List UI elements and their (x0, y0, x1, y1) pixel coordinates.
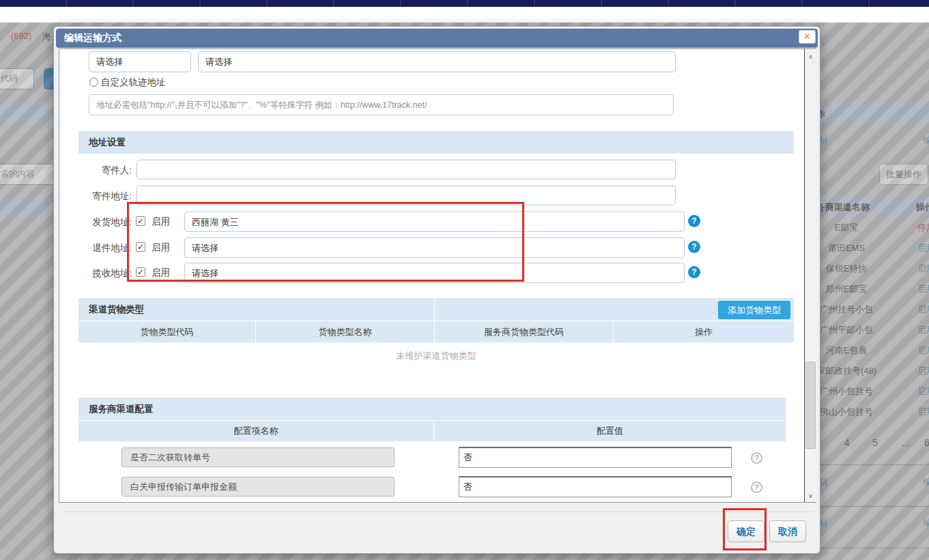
track-url-placeholder: 地址必需包括"http://",并且不可以添加"?"、"%"等特殊字符 例如：h… (96, 100, 427, 110)
help-icon[interactable]: ? (751, 452, 762, 464)
config-value-input[interactable]: 否 (459, 447, 732, 468)
pickup-address-label: 揽收地址: (61, 267, 132, 280)
sender-label: 寄件人: (61, 164, 132, 177)
pagination-page-5[interactable]: 5 (872, 437, 878, 448)
dialog-title: 编辑运输方式 (64, 32, 122, 44)
scrollbar-thumb[interactable] (805, 362, 816, 449)
table2-action-header: 操作 (916, 201, 929, 213)
lower-edit-link[interactable]: 编辑 (923, 476, 929, 488)
config-table-header: 配置项名称 配置值 (78, 421, 786, 441)
add-cargo-type-button[interactable]: 添加货物类型 (718, 301, 790, 319)
col-header: 配置值 (434, 421, 786, 441)
row-action-link[interactable]: 启用 (917, 344, 929, 357)
scroll-down-icon[interactable]: ∨ (805, 491, 816, 501)
row-action-link[interactable]: 启用 (917, 283, 929, 295)
return-address-label: 退件地址: (61, 242, 132, 254)
pagination-next-partial[interactable]: 6 (924, 437, 929, 448)
config-name-readonly: 是否二次获取转单号 (122, 447, 395, 467)
track-channel-select[interactable]: 请选择 (198, 51, 676, 72)
table1-edit-link[interactable]: 编辑 (923, 134, 929, 147)
row-action-link[interactable]: 停用 (917, 222, 929, 234)
col-header: 货物类型名称 (256, 321, 434, 342)
row-action-link[interactable]: 启用 (917, 365, 929, 377)
row-action-link[interactable]: 启用 (917, 385, 929, 398)
cargo-section-band (78, 298, 794, 321)
ship-address-label: 发货地址: (61, 216, 132, 229)
col-header: 操作 (614, 321, 794, 342)
help-icon[interactable]: ? (751, 482, 762, 493)
annotation-rect-address-rows (127, 202, 524, 282)
page-white-strip (0, 7, 929, 23)
col-header: 服务商货物类型代码 (435, 321, 613, 342)
row-action-link[interactable]: 启用 (917, 304, 929, 316)
address-section-band (78, 131, 794, 153)
band-divider (434, 298, 435, 321)
browser-top-bar (0, 0, 929, 7)
pagination-page-4[interactable]: 4 (844, 437, 850, 448)
cargo-empty-text: 未维护渠道货物类型 (78, 350, 794, 362)
row-action-link[interactable]: 启用 (917, 263, 929, 275)
sender-input[interactable] (137, 160, 676, 179)
track-provider-select[interactable]: 请选择 (89, 51, 191, 72)
custom-track-url-label: 自定义轨迹地址 (101, 76, 166, 89)
lower-edit-link[interactable]: 编辑 (923, 517, 929, 529)
col-header: 货物类型代码 (78, 321, 255, 342)
row-action-link[interactable]: 启用 (917, 406, 929, 418)
dialog-header[interactable] (56, 29, 818, 48)
sender-address-label: 寄件地址: (61, 190, 132, 203)
custom-track-url-radio[interactable] (89, 78, 98, 87)
address-section-title: 地址设置 (78, 131, 126, 153)
col-header: 配置项名称 (78, 421, 433, 441)
scroll-up-icon[interactable]: ∧ (805, 52, 816, 61)
help-icon[interactable]: ? (688, 241, 700, 253)
cargo-section-title: 渠道货物类型 (78, 298, 144, 321)
batch-action-button[interactable]: 批量操作 (879, 164, 928, 185)
row-action-link[interactable]: 启用 (917, 324, 929, 336)
help-icon[interactable]: ? (688, 215, 700, 227)
annotation-rect-confirm-button (723, 508, 767, 550)
cancel-button[interactable]: 取消 (769, 520, 806, 542)
notification-count: (692) (11, 31, 31, 41)
cargo-table-header: 货物类型代码 货物类型名称 服务商货物类型代码 操作 (78, 321, 794, 342)
track-url-input[interactable]: 地址必需包括"http://",并且不可以添加"?"、"%"等特殊字符 例如：h… (89, 94, 674, 115)
config-section-band (78, 398, 786, 420)
close-icon[interactable]: ✕ (799, 30, 816, 44)
channel-code-placeholder: 渠道代码 (0, 73, 18, 85)
config-name-readonly: 白关申报传输订单申报金额 (122, 477, 395, 497)
config-value-input[interactable]: 否 (459, 476, 732, 497)
help-icon[interactable]: ? (688, 266, 700, 278)
screen: (692) 海关 渠道代码 操作 复制 编辑 搜索的内容 批量操作 服务商渠道名… (0, 0, 929, 560)
config-section-title: 服务商渠道配置 (78, 398, 154, 420)
row-action-link[interactable]: 启用 (917, 242, 929, 254)
search-content-placeholder: 搜索的内容 (0, 168, 35, 180)
pagination-ellipsis: … (901, 437, 911, 448)
footer-divider (60, 512, 814, 512)
